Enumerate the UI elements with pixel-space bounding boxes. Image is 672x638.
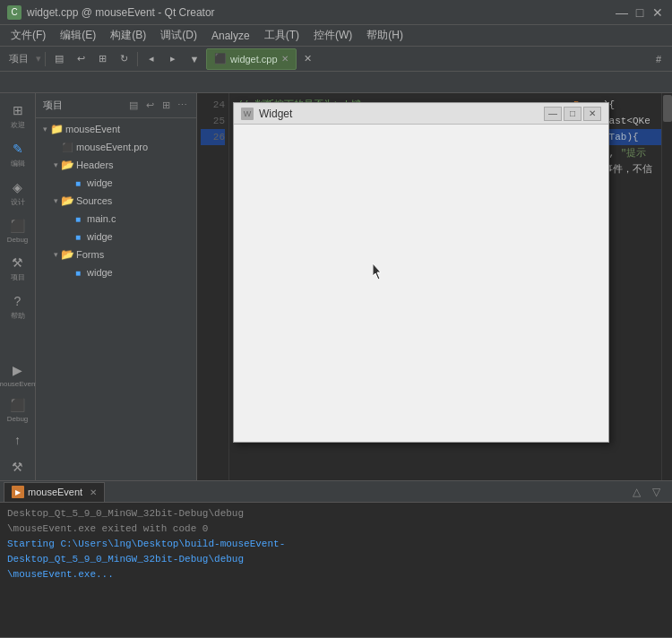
toolbar-btn-next[interactable]: ▸ bbox=[163, 49, 183, 69]
widget-titlebar: W Widget — □ ✕ bbox=[234, 103, 608, 125]
sidebar-icon-shape-3: ⬛ bbox=[10, 218, 26, 234]
widget-body[interactable] bbox=[234, 125, 608, 442]
title-bar: C widget.cpp @ mouseEvent - Qt Creator —… bbox=[0, 0, 672, 25]
tree-row-header-file[interactable]: ■ widge bbox=[36, 174, 196, 192]
headers-folder-icon: 📂 bbox=[61, 159, 73, 171]
sidebar-bottom-icon-1[interactable]: ⬛ Debug bbox=[2, 392, 34, 427]
code-area: 24 25 26 // 判断按下的是否为tab键 if(keyEvent->ke… bbox=[197, 93, 672, 480]
sidebar-icon-label-0: 欢迎 bbox=[11, 120, 25, 130]
main-layout: ⊞ 欢迎✎ 编辑◈ 设计⬛ Debug⚒ 项目? 帮助▶ mouseEvent⬛… bbox=[0, 93, 672, 480]
tree-row-main[interactable]: ■ main.c bbox=[36, 210, 196, 228]
bottom-tab-mouseEvent[interactable]: ▶ mouseEvent ✕ bbox=[4, 482, 105, 502]
tree-label-pro: mouseEvent.pro bbox=[76, 142, 148, 152]
tree-label-headers: Headers bbox=[76, 160, 114, 170]
add-icon[interactable]: ⊞ bbox=[159, 99, 173, 113]
toolbar-btn-filter[interactable]: ▤ bbox=[49, 49, 69, 69]
maximize-button[interactable]: □ bbox=[633, 5, 647, 20]
sidebar-icon-shape-1: ✎ bbox=[10, 141, 26, 157]
menu-item-analyze[interactable]: Analyze bbox=[204, 28, 257, 44]
header-file-icon: ■ bbox=[72, 177, 84, 189]
menu-item-e[interactable]: 编辑(E) bbox=[53, 26, 103, 45]
scrollbar-thumb[interactable] bbox=[663, 95, 672, 122]
tree-project-root: ▾ 📁 mouseEvent ⬛ mouseEvent.pro ▾ bbox=[36, 118, 196, 283]
scrollbar-vertical[interactable] bbox=[661, 93, 672, 480]
close-button[interactable]: ✕ bbox=[650, 5, 665, 20]
toolbar-btn-prev[interactable]: ◂ bbox=[142, 49, 161, 69]
filter-icon[interactable]: ▤ bbox=[126, 99, 141, 113]
tree-row-forms[interactable]: ▾ 📂 Forms bbox=[36, 246, 196, 263]
toolbar-right: # bbox=[649, 49, 668, 69]
menu-item-t[interactable]: 工具(T) bbox=[257, 26, 306, 45]
sidebar-bottom-icon-shape-0: ▶ bbox=[10, 362, 26, 378]
sources-folder-icon: 📂 bbox=[61, 194, 73, 207]
bottom-output: Desktop_Qt_5_9_0_MinGW_32bit-Debug\debug… bbox=[0, 503, 672, 637]
minimize-button[interactable]: — bbox=[615, 5, 629, 20]
toolbar-btn-forward[interactable]: ⊞ bbox=[92, 49, 112, 69]
sidebar-icon-欢迎[interactable]: ⊞ 欢迎 bbox=[2, 97, 34, 134]
widget-popup-window[interactable]: W Widget — □ ✕ bbox=[233, 102, 609, 443]
options-icon[interactable]: ⋯ bbox=[175, 99, 189, 113]
sidebar-bottom-icon-3[interactable]: ⚒ bbox=[2, 453, 34, 480]
sidebar-icon-shape-2: ◈ bbox=[10, 179, 26, 195]
line-num-25: 25 bbox=[201, 113, 225, 129]
code-tab-widget[interactable]: ⬛ widget.cpp ✕ bbox=[206, 48, 297, 70]
sidebar-bottom-icon-shape-2: ↑ bbox=[10, 432, 26, 448]
tree-label-forms: Forms bbox=[76, 249, 104, 260]
sync-icon[interactable]: ↩ bbox=[142, 99, 157, 113]
toolbar-btn-list[interactable]: ▼ bbox=[185, 49, 204, 69]
pro-file-icon: ⬛ bbox=[61, 141, 73, 153]
tree-row-pro[interactable]: ⬛ mouseEvent.pro bbox=[36, 138, 196, 156]
sidebar-icon-shape-4: ⚒ bbox=[10, 254, 26, 271]
tree-arrow-sources: ▾ bbox=[50, 196, 61, 205]
sidebar-bottom-icon-label-0: mouseEvent bbox=[0, 380, 38, 388]
tree-row-mouseEvent[interactable]: ▾ 📁 mouseEvent bbox=[36, 120, 196, 138]
bottom-ctrl-up[interactable]: △ bbox=[627, 484, 645, 500]
menu-item-d[interactable]: 调试(D) bbox=[153, 26, 204, 45]
toolbar-btn-hash[interactable]: # bbox=[649, 49, 668, 69]
sidebar-icon-编辑[interactable]: ✎ 编辑 bbox=[2, 135, 34, 172]
sidebar-icon-label-2: 设计 bbox=[11, 197, 25, 207]
bottom-tabs: ▶ mouseEvent ✕ △ ▽ bbox=[0, 481, 672, 503]
output-line-5: \mouseEvent.exe... bbox=[7, 567, 665, 582]
sidebar-icon-Debug[interactable]: ⬛ Debug bbox=[2, 212, 34, 247]
menu-item-h[interactable]: 帮助(H) bbox=[359, 26, 410, 45]
sidebar-bottom-icon-label-1: Debug bbox=[7, 415, 29, 423]
menu-item-f[interactable]: 文件(F) bbox=[4, 26, 53, 45]
sidebar-icon-label-4: 项目 bbox=[11, 272, 25, 282]
tree-row-form-file[interactable]: ■ widge bbox=[36, 263, 196, 281]
toolbar-btn-back[interactable]: ↩ bbox=[71, 49, 90, 69]
toolbar-dropdown-arrow: ▾ bbox=[36, 53, 41, 65]
toolbar-sep-1 bbox=[45, 52, 46, 66]
bottom-ctrl-down[interactable]: ▽ bbox=[647, 484, 665, 500]
toolbar-btn-close-tab[interactable]: ✕ bbox=[298, 49, 318, 69]
tree-row-sources[interactable]: ▾ 📂 Sources bbox=[36, 192, 196, 210]
tab-close-icon[interactable]: ✕ bbox=[281, 54, 289, 64]
sidebar-icon-设计[interactable]: ◈ 设计 bbox=[2, 174, 34, 211]
widget-minimize-btn[interactable]: — bbox=[544, 107, 562, 121]
bottom-controls: △ ▽ bbox=[627, 484, 668, 500]
sidebar-bottom-icon-2[interactable]: ↑ bbox=[2, 427, 34, 453]
menu-item-b[interactable]: 构建(B) bbox=[103, 26, 153, 45]
sidebar-icon-帮助[interactable]: ? 帮助 bbox=[2, 288, 34, 324]
toolbar-btn-sync[interactable]: ↻ bbox=[114, 49, 134, 69]
tree-arrow-forms: ▾ bbox=[50, 250, 61, 259]
widget-maximize-btn[interactable]: □ bbox=[564, 107, 582, 121]
widget-close-btn[interactable]: ✕ bbox=[583, 107, 601, 121]
forms-folder-icon: 📂 bbox=[61, 248, 73, 261]
toolbar: 项目 ▾ ▤ ↩ ⊞ ↻ ◂ ▸ ▼ ⬛ widget.cpp ✕ ✕ # bbox=[0, 47, 672, 72]
sidebar-icon-项目[interactable]: ⚒ 项目 bbox=[2, 249, 34, 286]
tree-arrow-mouseEvent: ▾ bbox=[39, 125, 50, 134]
tree-label-widget-src: widge bbox=[87, 231, 113, 242]
menu-item-w[interactable]: 控件(W) bbox=[306, 26, 359, 45]
tree-row-widget-src[interactable]: ■ widge bbox=[36, 228, 196, 246]
output-line-1: \mouseEvent.exe exited with code 0 bbox=[7, 522, 665, 537]
widget-title: Widget bbox=[259, 108, 292, 120]
sidebar-bottom-icon-0[interactable]: ▶ mouseEvent bbox=[2, 357, 34, 392]
line-num-26: 26 bbox=[201, 129, 225, 145]
tree-label-main: main.c bbox=[87, 213, 116, 224]
bottom-tab-close[interactable]: ✕ bbox=[90, 487, 97, 497]
line-numbers: 24 25 26 bbox=[197, 93, 229, 480]
tab-file-icon: ⬛ bbox=[214, 53, 227, 65]
tree-label-header-file: widge bbox=[87, 177, 113, 188]
tree-row-headers[interactable]: ▾ 📂 Headers bbox=[36, 156, 196, 174]
